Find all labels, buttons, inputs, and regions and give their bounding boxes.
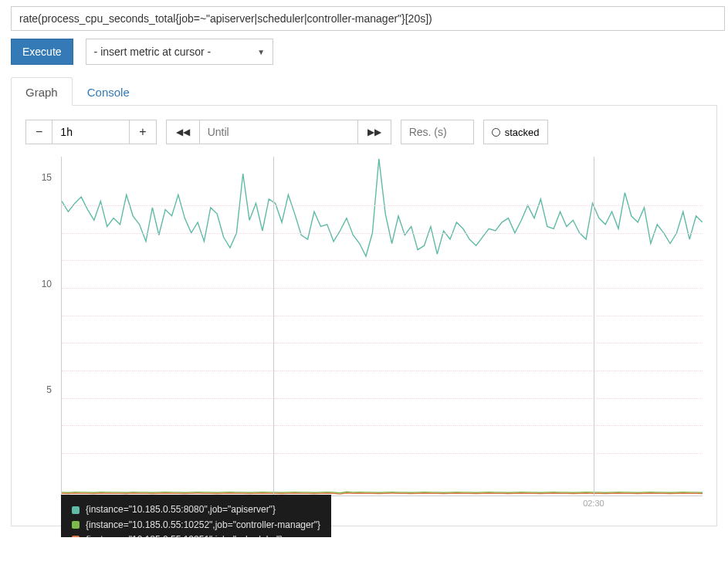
metric-select-label: - insert metric at cursor - — [94, 46, 212, 58]
legend-label: {instance="10.185.0.55:8080",job="apiser… — [86, 502, 276, 517]
y-tick: 5 — [46, 384, 52, 395]
tab-graph[interactable]: Graph — [11, 77, 73, 106]
legend-item[interactable]: {instance="10.185.0.55:8080",job="apiser… — [72, 502, 320, 517]
series-line[interactable] — [62, 159, 703, 256]
legend-swatch — [72, 521, 80, 529]
graph-panel: − + ◀◀ ▶▶ stacked 51015 02:1502:30 {inst… — [11, 106, 717, 526]
series-line[interactable] — [62, 493, 703, 494]
stacked-label: stacked — [505, 127, 540, 138]
query-input[interactable] — [11, 6, 725, 31]
plot-region[interactable]: 02:1502:30 — [61, 157, 703, 496]
resolution-input[interactable] — [401, 120, 474, 144]
legend-item[interactable]: {instance="10.185.0.55:10251",job="sched… — [72, 533, 320, 537]
range-input[interactable] — [52, 120, 130, 144]
legend-swatch — [72, 506, 80, 514]
y-tick: 10 — [42, 279, 52, 289]
legend: {instance="10.185.0.55:8080",job="apiser… — [61, 495, 331, 537]
metric-select[interactable]: - insert metric at cursor - ▼ — [86, 39, 274, 65]
chart-area: 51015 02:1502:30 {instance="10.185.0.55:… — [25, 157, 703, 512]
legend-label: {instance="10.185.0.55:10252",job="contr… — [86, 518, 320, 533]
tabs: Graph Console — [11, 77, 717, 106]
y-tick: 15 — [42, 172, 52, 183]
legend-item[interactable]: {instance="10.185.0.55:10252",job="contr… — [72, 518, 320, 533]
caret-down-icon: ▼ — [257, 48, 265, 56]
range-decrease-button[interactable]: − — [25, 120, 52, 144]
until-input[interactable] — [200, 120, 358, 144]
range-increase-button[interactable]: + — [130, 120, 156, 144]
tab-console[interactable]: Console — [73, 77, 144, 105]
time-rewind-button[interactable]: ◀◀ — [166, 120, 200, 144]
legend-label: {instance="10.185.0.55:10251",job="sched… — [86, 533, 283, 537]
x-tick: 02:30 — [583, 499, 604, 508]
legend-swatch — [72, 536, 80, 537]
time-forward-button[interactable]: ▶▶ — [358, 120, 391, 144]
series-line[interactable] — [62, 492, 703, 492]
execute-button[interactable]: Execute — [11, 39, 73, 65]
y-axis: 51015 — [25, 157, 56, 496]
stacked-toggle[interactable]: stacked — [483, 120, 548, 144]
stacked-icon — [492, 128, 500, 137]
